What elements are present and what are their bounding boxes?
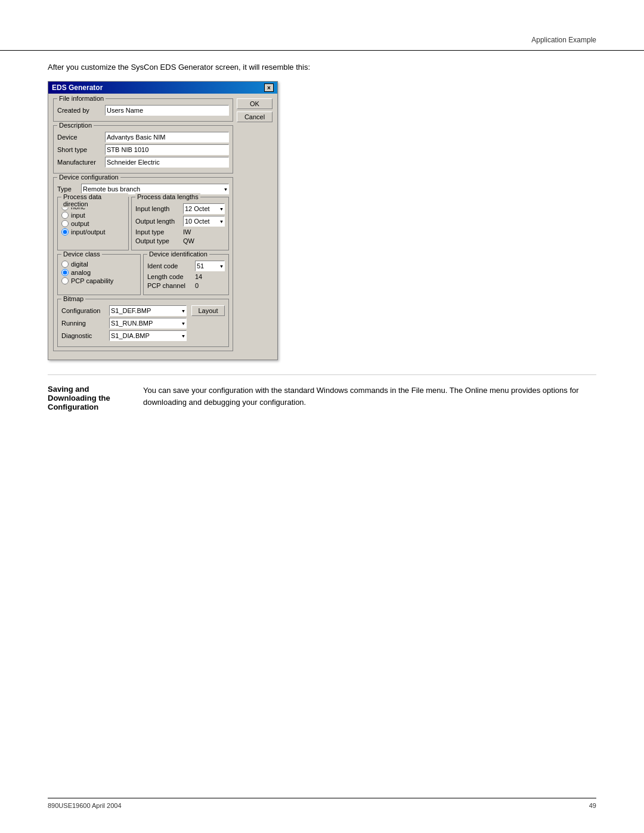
radio-pcp-label: PCP capability: [71, 277, 113, 284]
running-select-wrapper: S1_RUN.BMP ▼: [109, 318, 187, 329]
diagnostic-label: Diagnostic: [61, 332, 109, 339]
manufacturer-input[interactable]: [105, 157, 229, 168]
output-type-row: Output type QW: [135, 237, 225, 244]
ident-code-row: Ident code 51 ▼: [147, 261, 225, 271]
radio-input-label: input: [71, 212, 85, 219]
pcp-channel-value: 0: [195, 282, 199, 289]
dialog-title: EDS Generator: [52, 83, 103, 92]
ident-code-select-wrapper: 51 ▼: [195, 261, 225, 271]
saving-title-line3: Configuration: [48, 402, 131, 411]
device-config-group: Device configuration Type Remote bus bra…: [53, 177, 233, 351]
di-legend: Device identification: [147, 250, 209, 258]
short-type-input[interactable]: [105, 144, 229, 155]
radio-output[interactable]: [61, 220, 69, 227]
configuration-select[interactable]: S1_DEF.BMP: [109, 305, 187, 316]
input-length-select-wrapper: 12 Octet ▼: [183, 203, 225, 214]
running-row: Running S1_RUN.BMP ▼: [61, 318, 225, 329]
cancel-button[interactable]: Cancel: [237, 112, 273, 122]
radio-input-row: input: [61, 212, 125, 219]
page-footer: 890USE19600 April 2004 49: [48, 798, 596, 809]
length-code-value: 14: [195, 273, 202, 280]
radio-pcp-row: PCP capability: [61, 277, 137, 284]
dialog-titlebar: EDS Generator ×: [48, 82, 277, 94]
created-by-input[interactable]: [105, 105, 229, 116]
file-info-legend: File information: [57, 95, 106, 102]
radio-analog-label: analog: [71, 269, 91, 276]
device-identification-group: Device identification Ident code 51 ▼: [143, 254, 229, 295]
ok-button[interactable]: OK: [237, 98, 273, 109]
ident-code-label: Ident code: [147, 262, 195, 270]
process-data-lengths-group: Process data lengths Input length 12 Oct…: [131, 197, 229, 250]
device-config-legend: Device configuration: [57, 174, 120, 181]
output-length-label: Output length: [135, 218, 183, 225]
configuration-select-wrapper: S1_DEF.BMP ▼: [109, 305, 187, 316]
input-type-row: Input type IW: [135, 228, 225, 236]
saving-body-text: You can save your configuration with the…: [143, 385, 596, 411]
radio-digital-row: digital: [61, 261, 137, 268]
device-class-id-section: Device class digital analog: [57, 254, 229, 295]
input-length-row: Input length 12 Octet ▼: [135, 203, 225, 214]
radio-input[interactable]: [61, 212, 69, 219]
radio-inputoutput-row: input/output: [61, 228, 125, 236]
radio-output-row: output: [61, 220, 125, 227]
input-length-select[interactable]: 12 Octet: [183, 203, 225, 214]
configuration-label: Configuration: [61, 307, 109, 314]
length-code-row: Length code 14: [147, 273, 225, 280]
diagnostic-row: Diagnostic S1_DIA.BMP ▼: [61, 330, 225, 341]
diagnostic-select-wrapper: S1_DIA.BMP ▼: [109, 330, 187, 341]
pcp-channel-row: PCP channel 0: [147, 282, 225, 289]
input-type-label: Input type: [135, 228, 183, 236]
output-length-row: Output length 10 Octet ▼: [135, 216, 225, 227]
output-length-select-wrapper: 10 Octet ▼: [183, 216, 225, 227]
pdd-legend: Process data direction: [61, 193, 128, 208]
output-type-label: Output type: [135, 237, 183, 244]
saving-title-line2: Downloading the: [48, 394, 131, 402]
configuration-row: Configuration S1_DEF.BMP ▼ Layout: [61, 305, 225, 316]
created-by-label: Created by: [57, 107, 105, 114]
dc-legend: Device class: [61, 250, 102, 258]
process-data-direction-group: Process data direction none input: [57, 197, 129, 250]
device-input[interactable]: [105, 132, 229, 143]
type-label: Type: [57, 185, 81, 193]
pdl-legend: Process data lengths: [135, 193, 200, 200]
eds-generator-dialog: EDS Generator × File information Created…: [48, 81, 278, 360]
description-group: Description Device Short type Manufactur…: [53, 125, 233, 174]
saving-title-line1: Saving and: [48, 385, 131, 394]
input-length-label: Input length: [135, 205, 183, 212]
bitmap-group: Bitmap Configuration S1_DEF.BMP ▼: [57, 299, 229, 347]
length-code-label: Length code: [147, 273, 195, 280]
section-title: Application Example: [531, 36, 596, 44]
radio-inputoutput-label: input/output: [71, 228, 106, 236]
description-legend: Description: [57, 122, 94, 129]
diagnostic-select[interactable]: S1_DIA.BMP: [109, 330, 187, 341]
output-type-value: QW: [183, 237, 207, 244]
radio-digital[interactable]: [61, 261, 69, 268]
saving-title: Saving and Downloading the Configuration: [48, 385, 131, 411]
radio-analog-row: analog: [61, 269, 137, 276]
input-type-value: IW: [183, 228, 207, 236]
bitmap-legend: Bitmap: [61, 295, 85, 302]
running-select[interactable]: S1_RUN.BMP: [109, 318, 187, 329]
radio-output-label: output: [71, 220, 89, 227]
process-data-section: Process data direction none input: [57, 197, 229, 250]
file-information-group: File information Created by: [53, 98, 233, 122]
saving-section: Saving and Downloading the Configuration…: [48, 374, 596, 411]
short-type-label: Short type: [57, 146, 105, 153]
device-label: Device: [57, 134, 105, 141]
intro-text: After you customize the SysCon EDS Gener…: [48, 63, 596, 72]
output-length-select[interactable]: 10 Octet: [183, 216, 225, 227]
radio-pcp[interactable]: [61, 277, 69, 284]
radio-input-output[interactable]: [61, 228, 69, 236]
footer-left: 890USE19600 April 2004: [48, 802, 122, 809]
running-label: Running: [61, 320, 109, 327]
manufacturer-label: Manufacturer: [57, 159, 105, 166]
layout-button[interactable]: Layout: [191, 305, 225, 316]
dialog-close-button[interactable]: ×: [264, 83, 274, 92]
ident-code-select[interactable]: 51: [195, 261, 225, 271]
device-class-group: Device class digital analog: [57, 254, 141, 295]
dialog-buttons-panel: OK Cancel: [237, 98, 273, 355]
footer-right: 49: [589, 802, 596, 809]
radio-analog[interactable]: [61, 269, 69, 276]
pcp-channel-label: PCP channel: [147, 282, 195, 289]
radio-digital-label: digital: [71, 261, 88, 268]
